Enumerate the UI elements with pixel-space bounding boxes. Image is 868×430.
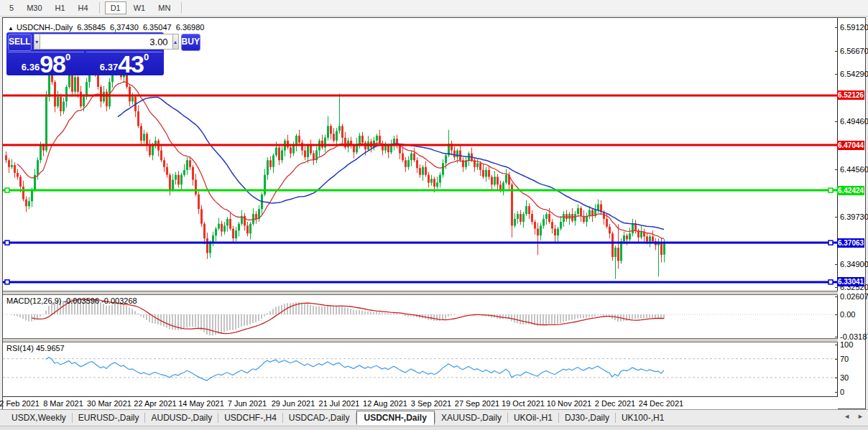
date-tick-label: 2 Dec 2021 xyxy=(595,399,635,408)
price-axis: 6.591206.566706.542906.494606.445606.397… xyxy=(838,18,865,408)
date-tick-label: 30 Mar 2021 xyxy=(87,399,131,408)
axis-tick xyxy=(835,74,838,75)
axis-tick xyxy=(835,378,838,378)
tab-xauusd-daily[interactable]: XAUUSD-,Daily xyxy=(435,411,507,424)
level-line-6.37063[interactable] xyxy=(3,240,837,245)
tab-usdx-weekly[interactable]: USDX,Weekly xyxy=(6,411,72,424)
ohlc-high: 6.37430 xyxy=(110,23,139,32)
axis-tick xyxy=(835,264,838,265)
timeframe-button-MN[interactable]: MN xyxy=(152,1,176,14)
timeframe-button-W1[interactable]: W1 xyxy=(128,1,152,14)
volume-decrease-button[interactable]: ▼ xyxy=(34,34,40,50)
rsi-value: 45.9657 xyxy=(36,344,65,352)
expand-triangle-icon: ▲ xyxy=(8,25,14,32)
macd-label: MACD(12,26,9) -0.003596 -0.003268 xyxy=(6,296,137,305)
axis-tick xyxy=(835,359,838,360)
sell-price-fraction: 0 xyxy=(65,52,70,62)
tab-usdcad-daily[interactable]: USDCAD-,Daily xyxy=(283,411,356,424)
axis-tick xyxy=(835,345,838,345)
rsi-tick-label: 100 xyxy=(840,340,853,349)
timeframe-button-H1[interactable]: H1 xyxy=(50,1,71,14)
date-tick-label: 10 Nov 2021 xyxy=(547,399,591,408)
tab-eurusd-daily[interactable]: EURUSD-,Daily xyxy=(73,411,145,424)
axis-tick xyxy=(835,337,838,337)
sell-quote[interactable]: 6.36 98 0 xyxy=(8,52,84,75)
ohlc-open: 6.35845 xyxy=(77,23,106,32)
date-tick-label: 3 Sep 2021 xyxy=(411,399,451,408)
level-price-badge: 6.37063 xyxy=(837,238,864,248)
price-chart-panel: ▲USDCNH-,Daily 6.35845 6.37430 6.35047 6… xyxy=(3,18,838,291)
price-tick-label: 6.59120 xyxy=(840,23,868,32)
mt4-terminal: 5M30H1H4D1W1MN ▲USDCNH-,Daily 6.35845 6.… xyxy=(0,0,868,430)
axis-tick xyxy=(835,314,838,315)
rsi-tick-label: 30 xyxy=(840,373,849,382)
rsi-panel: RSI(14) 45.9657 xyxy=(3,342,838,396)
volume-input[interactable] xyxy=(40,34,172,50)
timeframe-toolbar: 5M30H1H4D1W1MN xyxy=(0,0,868,17)
rsi-label: RSI(14) 45.9657 xyxy=(6,344,65,352)
timeframe-button-H4[interactable]: H4 xyxy=(73,1,94,14)
date-tick-label: 22 Apr 2021 xyxy=(134,399,176,408)
status-strip xyxy=(0,426,868,430)
date-tick-label: 21 Jul 2021 xyxy=(319,399,360,408)
rsi-line xyxy=(46,357,664,380)
macd-signal-value: -0.003268 xyxy=(101,296,137,305)
price-tick-label: 6.34900 xyxy=(840,260,868,268)
one-click-trading-panel: SELL ▼ ▲ BUY 6.36 98 0 6.37 43 0 xyxy=(6,32,164,75)
volume-increase-button[interactable]: ▲ xyxy=(172,34,179,50)
price-tick-label: 6.56670 xyxy=(840,47,868,55)
level-price-badge: 6.52126 xyxy=(837,90,864,100)
tab-audusd-daily[interactable]: AUDUSD-,Daily xyxy=(145,411,218,424)
buy-price-prefix: 6.37 xyxy=(100,62,118,73)
tabs-scroll-right-icon[interactable]: ► xyxy=(857,413,864,420)
timeframe-button-M30[interactable]: M30 xyxy=(21,1,47,14)
ohlc-low: 6.35047 xyxy=(143,23,172,32)
tab-usdchf-h4[interactable]: USDCHF-,H4 xyxy=(218,411,282,424)
level-price-badge: 6.47044 xyxy=(837,141,864,150)
axis-tick xyxy=(835,169,838,170)
buy-button[interactable]: BUY xyxy=(181,34,200,51)
date-tick-label: 29 Jun 2021 xyxy=(272,399,315,408)
chart-symbol-label: USDCNH-,Daily xyxy=(17,23,73,32)
chart-title: ▲USDCNH-,Daily 6.35845 6.37430 6.35047 6… xyxy=(8,23,206,32)
toolbar-separator xyxy=(181,2,182,14)
time-axis: 12 Feb 20218 Mar 202130 Mar 202122 Apr 2… xyxy=(3,396,838,409)
axis-tick xyxy=(835,217,838,218)
chart-tab-bar: USDX,WeeklyEURUSD-,DailyAUDUSD-,DailyUSD… xyxy=(0,409,868,426)
axis-tick xyxy=(835,392,838,393)
price-tick-label: 6.39730 xyxy=(840,212,868,221)
date-tick-label: 14 May 2021 xyxy=(178,399,224,408)
date-tick-label: 24 Dec 2021 xyxy=(639,399,683,408)
tab-uk100-h1[interactable]: UK100-,H1 xyxy=(616,411,670,424)
tab-usdcnh-daily[interactable]: USDCNH-,Daily xyxy=(356,411,435,425)
rsi-tick-label: 70 xyxy=(840,355,849,363)
tab-dj30-daily[interactable]: DJ30-,Daily xyxy=(559,411,615,424)
axis-tick xyxy=(835,51,838,52)
macd-tick-label: 0.00 xyxy=(840,310,855,319)
price-tick-label: 6.49460 xyxy=(840,117,868,126)
axis-tick xyxy=(835,296,838,297)
date-tick-label: 19 Oct 2021 xyxy=(502,399,545,408)
buy-quote[interactable]: 6.37 43 0 xyxy=(86,52,162,75)
buy-price-pips: 43 xyxy=(118,53,144,75)
buy-price-fraction: 0 xyxy=(144,52,149,62)
date-tick-label: 8 Mar 2021 xyxy=(43,399,83,408)
date-tick-label: 12 Feb 2021 xyxy=(0,399,40,408)
tabs-scroll-left-icon[interactable]: ◄ xyxy=(844,413,850,420)
level-line-6.42424[interactable] xyxy=(3,188,837,192)
level-price-badge: 6.42424 xyxy=(837,186,864,195)
tab-ukoil-h1[interactable]: UKOil-,H1 xyxy=(508,411,558,424)
axis-tick xyxy=(835,27,838,28)
rsi-tick-label: 0 xyxy=(840,388,844,396)
axis-tick xyxy=(835,287,838,288)
timeframe-button-5[interactable]: 5 xyxy=(4,1,19,14)
level-line-6.33041[interactable] xyxy=(3,280,837,284)
timeframe-button-D1[interactable]: D1 xyxy=(105,1,126,14)
date-tick-label: 27 Sep 2021 xyxy=(455,399,499,408)
axis-tick xyxy=(835,121,838,122)
rsi-chart xyxy=(3,342,837,396)
date-tick-label: 7 Jun 2021 xyxy=(228,399,267,408)
sell-price-pips: 98 xyxy=(40,53,65,75)
date-tick-label: 12 Aug 2021 xyxy=(363,399,407,408)
sell-button[interactable]: SELL xyxy=(8,34,32,51)
